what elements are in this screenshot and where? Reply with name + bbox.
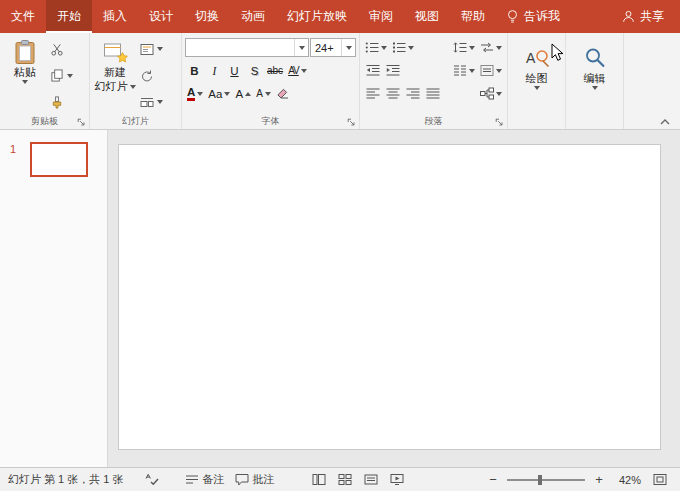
tab-slide-show[interactable]: 幻灯片放映 bbox=[276, 0, 358, 33]
align-text-icon bbox=[480, 64, 494, 77]
align-left-button[interactable] bbox=[363, 84, 382, 103]
tab-help[interactable]: 帮助 bbox=[450, 0, 496, 33]
person-icon bbox=[622, 10, 635, 23]
slide-sorter-icon bbox=[338, 473, 352, 486]
slide-show-button[interactable] bbox=[384, 473, 410, 486]
tab-home[interactable]: 开始 bbox=[46, 0, 92, 33]
grow-font-button[interactable]: A bbox=[233, 84, 253, 103]
cut-button[interactable] bbox=[47, 40, 76, 58]
tab-view[interactable]: 视图 bbox=[404, 0, 450, 33]
justify-button[interactable] bbox=[423, 84, 442, 103]
share-button[interactable]: 共享 bbox=[612, 0, 680, 33]
section-button[interactable] bbox=[137, 93, 166, 111]
line-spacing-button[interactable] bbox=[451, 38, 477, 57]
underline-button[interactable]: U bbox=[225, 61, 244, 80]
fit-to-window-icon bbox=[653, 473, 667, 486]
slide-layout-button[interactable] bbox=[137, 40, 166, 58]
shrink-font-arrow-icon bbox=[265, 92, 271, 96]
draw-dropdown-arrow-icon bbox=[534, 86, 540, 90]
reset-slide-button[interactable] bbox=[137, 67, 166, 85]
new-slide-icon bbox=[102, 39, 128, 65]
paragraph-dialog-launcher[interactable] bbox=[493, 116, 504, 127]
tab-design[interactable]: 设计 bbox=[138, 0, 184, 33]
strikethrough-button[interactable]: abc bbox=[265, 61, 285, 80]
increase-indent-button[interactable] bbox=[383, 61, 402, 80]
font-name-select[interactable] bbox=[185, 38, 309, 57]
tell-me-button[interactable]: 告诉我 bbox=[496, 0, 570, 33]
copy-icon bbox=[50, 69, 64, 82]
character-spacing-button[interactable]: AV bbox=[286, 61, 309, 80]
fit-slide-button[interactable] bbox=[648, 473, 672, 486]
slide-thumbnail[interactable] bbox=[30, 142, 88, 177]
tab-transitions[interactable]: 切换 bbox=[184, 0, 230, 33]
drawing-group: 绘图 bbox=[508, 33, 566, 129]
ribbon: 粘贴 剪贴板 新建 幻灯片 bbox=[0, 33, 680, 130]
new-slide-label-line2: 幻灯片 bbox=[95, 80, 128, 93]
notes-button[interactable]: 备注 bbox=[180, 468, 230, 491]
zoom-in-button[interactable]: + bbox=[592, 472, 606, 487]
font-name-dropdown[interactable] bbox=[294, 39, 308, 56]
shrink-font-button[interactable]: A bbox=[254, 84, 273, 103]
eraser-icon bbox=[277, 87, 291, 100]
font-color-button[interactable]: A bbox=[185, 84, 205, 103]
clear-formatting-button[interactable] bbox=[274, 84, 293, 103]
paste-clipboard-icon bbox=[12, 39, 38, 65]
tab-insert[interactable]: 插入 bbox=[92, 0, 138, 33]
align-center-button[interactable] bbox=[383, 84, 402, 103]
tell-me-label: 告诉我 bbox=[524, 8, 560, 25]
scissors-icon bbox=[50, 43, 64, 56]
font-size-select[interactable]: 24+ bbox=[310, 38, 356, 57]
align-right-button[interactable] bbox=[403, 84, 422, 103]
edit-button[interactable]: 编辑 bbox=[569, 37, 620, 90]
status-bar: 幻灯片 第 1 张，共 1 张 备注 批注 − + 42% bbox=[0, 467, 680, 491]
slide-canvas[interactable] bbox=[118, 144, 661, 450]
powerpoint-window: 文件 开始 插入 设计 切换 动画 幻灯片放映 审阅 视图 帮助 告诉我 共享 … bbox=[0, 0, 680, 491]
font-size-dropdown-arrow-icon bbox=[346, 46, 352, 50]
columns-dropdown-arrow-icon bbox=[469, 69, 475, 73]
spell-check-button[interactable] bbox=[140, 468, 164, 491]
comments-button[interactable]: 批注 bbox=[230, 468, 280, 491]
slides-group: 新建 幻灯片 幻灯片 bbox=[90, 33, 182, 129]
collapse-ribbon-button[interactable] bbox=[659, 117, 671, 126]
draw-button[interactable]: 绘图 bbox=[511, 37, 562, 90]
tab-review[interactable]: 审阅 bbox=[358, 0, 404, 33]
format-painter-button[interactable] bbox=[47, 93, 76, 111]
bullets-button[interactable] bbox=[363, 38, 389, 57]
notes-label: 备注 bbox=[203, 472, 225, 487]
reset-icon bbox=[140, 69, 154, 82]
align-text-dropdown-arrow-icon bbox=[496, 69, 502, 73]
section-dropdown-arrow-icon bbox=[157, 100, 163, 104]
font-dialog-launcher[interactable] bbox=[345, 116, 356, 127]
reading-view-button[interactable] bbox=[358, 473, 384, 486]
slide-thumbnail-panel: 1 bbox=[0, 130, 108, 467]
change-case-button[interactable]: Aa bbox=[206, 84, 232, 103]
align-text-button[interactable] bbox=[478, 61, 504, 80]
zoom-slider-thumb[interactable] bbox=[538, 475, 542, 485]
normal-view-button[interactable] bbox=[306, 473, 332, 486]
convert-to-smartart-button[interactable] bbox=[478, 84, 504, 103]
paste-button[interactable]: 粘贴 bbox=[3, 37, 47, 113]
zoom-percentage[interactable]: 42% bbox=[613, 474, 641, 486]
new-slide-button[interactable]: 新建 幻灯片 bbox=[93, 37, 137, 113]
columns-button[interactable] bbox=[451, 61, 477, 80]
clipboard-group: 粘贴 剪贴板 bbox=[0, 33, 90, 129]
paste-dropdown-arrow-icon bbox=[22, 80, 28, 84]
zoom-controls: − + 42% bbox=[486, 472, 672, 487]
copy-button[interactable] bbox=[47, 67, 76, 85]
text-shadow-button[interactable]: S bbox=[245, 61, 264, 80]
format-painter-icon bbox=[50, 96, 64, 109]
numbering-button[interactable] bbox=[390, 38, 416, 57]
text-direction-button[interactable] bbox=[478, 38, 504, 57]
bold-button[interactable]: B bbox=[185, 61, 204, 80]
decrease-indent-button[interactable] bbox=[363, 61, 382, 80]
zoom-slider[interactable] bbox=[507, 479, 585, 481]
tab-animations[interactable]: 动画 bbox=[230, 0, 276, 33]
increase-indent-icon bbox=[386, 64, 400, 77]
clipboard-dialog-launcher[interactable] bbox=[75, 116, 86, 127]
layout-dropdown-arrow-icon bbox=[157, 47, 163, 51]
italic-button[interactable]: I bbox=[205, 61, 224, 80]
font-size-dropdown[interactable] bbox=[341, 39, 355, 56]
zoom-out-button[interactable]: − bbox=[486, 472, 500, 487]
slide-sorter-view-button[interactable] bbox=[332, 473, 358, 486]
tab-file[interactable]: 文件 bbox=[0, 0, 46, 33]
